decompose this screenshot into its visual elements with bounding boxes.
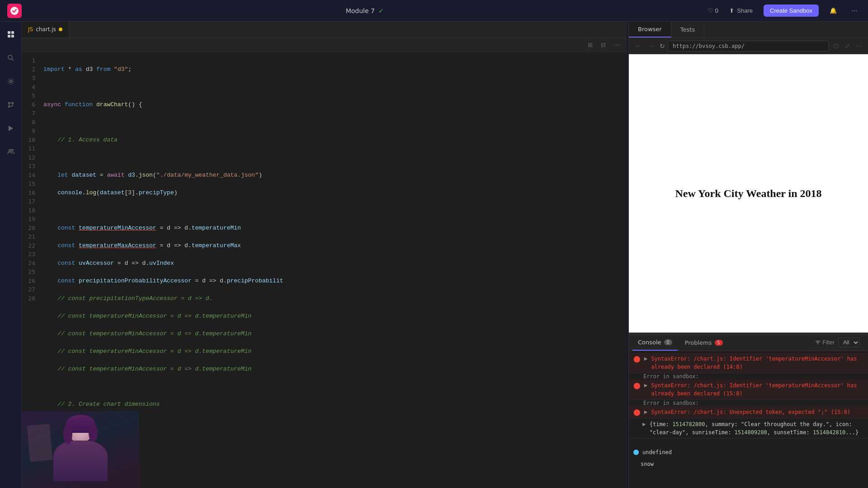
object-text: {time: 1514782800, summary: "Clear throu… xyxy=(650,420,863,436)
more-icon: ⋯ xyxy=(851,7,857,14)
svg-point-9 xyxy=(12,103,13,104)
console-badge: 0 xyxy=(664,339,672,345)
error-icon-1: ⬤ xyxy=(633,355,641,362)
console-content[interactable]: ⬤ ▶ SyntaxError: /chart.js: Identifier '… xyxy=(629,351,868,488)
browser-toolbar-right: ⬡ ⤢ ⋯ xyxy=(831,42,864,50)
more-editor-btn[interactable]: ⋯ xyxy=(612,41,622,49)
console-tabs: Console 0 Problems 5 Filter xyxy=(629,335,868,351)
console-tab-label: Console xyxy=(638,339,661,346)
undefined-dot xyxy=(633,450,639,455)
filter-select[interactable]: All xyxy=(838,338,860,347)
error-icon-3: ⬤ xyxy=(633,408,641,416)
sidebar-item-git[interactable] xyxy=(4,98,18,112)
expand-arrow-obj[interactable]: ▶ xyxy=(642,422,646,427)
back-button[interactable]: ← xyxy=(632,42,643,51)
js-file-icon: JS xyxy=(28,26,33,33)
expand-arrow-2[interactable]: ▶ xyxy=(644,383,648,388)
split-editor-btn[interactable]: ⊞ xyxy=(585,41,595,49)
create-sandbox-button[interactable]: Create Sandbox xyxy=(764,5,819,17)
tab-console[interactable]: Console 0 xyxy=(632,335,678,351)
console-panel: Console 0 Problems 5 Filter xyxy=(629,334,868,488)
editor-toolbar: ⊞ ⊟ ⋯ xyxy=(22,38,627,52)
sidebar-item-search[interactable] xyxy=(4,51,18,65)
console-entry-undefined: undefined xyxy=(629,446,868,458)
forward-button[interactable]: → xyxy=(646,42,657,51)
open-external-button[interactable]: ⬡ xyxy=(831,42,841,50)
share-label: Share xyxy=(737,7,753,14)
error-text-2: SyntaxError: /chart.js: Identifier 'temp… xyxy=(651,381,863,398)
url-bar[interactable] xyxy=(668,41,829,52)
browser-toolbar: ← → ↻ ⬡ ⤢ ⋯ xyxy=(629,38,868,54)
browser-content: New York City Weather in 2018 xyxy=(629,54,868,333)
svg-rect-2 xyxy=(11,31,14,34)
heart-icon: ♡ xyxy=(708,7,713,14)
error-text-1: SyntaxError: /chart.js: Identifier 'temp… xyxy=(651,355,863,371)
console-entry-error-3: ⬤ ▶ SyntaxError: /chart.js: Unexpected t… xyxy=(629,406,868,418)
top-bar-right: ♡ 0 ⬆ Share Create Sandbox 🔔 ⋯ xyxy=(708,5,861,17)
filter-icon xyxy=(815,340,821,345)
console-entry-error-1: ⬤ ▶ SyntaxError: /chart.js: Identifier '… xyxy=(629,353,868,373)
refresh-button[interactable]: ↻ xyxy=(660,42,665,50)
undefined-text: undefined xyxy=(642,448,863,456)
svg-line-6 xyxy=(12,59,14,61)
cursor-hint: ↖ xyxy=(629,439,868,446)
fullscreen-button[interactable]: ⤢ xyxy=(843,42,852,50)
svg-point-8 xyxy=(8,103,9,104)
tab-problems[interactable]: Problems 5 xyxy=(679,335,728,351)
console-toolbar-inline: Filter All xyxy=(811,336,864,350)
expand-arrow-1[interactable]: ▶ xyxy=(644,356,648,361)
error-sandbox-label-1: Error in sandbox: xyxy=(629,373,868,380)
unsaved-dot xyxy=(59,28,62,31)
tab-chart-js[interactable]: JS chart.js xyxy=(22,22,69,38)
error-sandbox-label-2: Error in sandbox: xyxy=(629,400,868,406)
svg-point-10 xyxy=(8,106,9,108)
editor-tabs: JS chart.js xyxy=(22,22,627,38)
svg-point-7 xyxy=(9,80,12,83)
browser-tabs: Browser Tests xyxy=(629,22,868,38)
browser-page-title: New York City Weather in 2018 xyxy=(675,188,821,200)
app-logo[interactable] xyxy=(7,4,22,18)
sidebar-item-files[interactable] xyxy=(4,27,18,42)
svg-point-0 xyxy=(10,7,19,15)
main-content: JS chart.js ⊞ ⊟ ⋯ 1 2 3 4 5 6 7 8 9 10 xyxy=(0,22,868,488)
module-title-text: Module 7 xyxy=(346,7,375,14)
expand-arrow-3[interactable]: ▶ xyxy=(644,409,648,414)
filter-button[interactable]: Filter xyxy=(815,339,835,346)
sidebar-item-users[interactable] xyxy=(4,145,18,159)
video-overlay xyxy=(22,411,139,488)
preview-btn[interactable]: ⊟ xyxy=(599,41,608,49)
tab-browser[interactable]: Browser xyxy=(629,22,671,38)
share-button[interactable]: ⬆ Share xyxy=(726,5,756,16)
error-icon-2: ⬤ xyxy=(633,382,641,389)
heart-count-value: 0 xyxy=(715,7,718,14)
sidebar-item-settings[interactable] xyxy=(4,74,18,89)
tab-filename: chart.js xyxy=(36,26,56,33)
editor-area: JS chart.js ⊞ ⊟ ⋯ 1 2 3 4 5 6 7 8 9 10 xyxy=(22,22,627,488)
sidebar-item-run[interactable] xyxy=(4,121,18,136)
svg-marker-11 xyxy=(9,126,13,131)
svg-rect-1 xyxy=(8,31,10,34)
console-entry-snow: snow xyxy=(629,458,868,470)
more-menu-button[interactable]: ⋯ xyxy=(848,5,861,16)
filter-label: Filter xyxy=(822,339,835,346)
bell-icon: 🔔 xyxy=(830,7,837,14)
more-browser-btn[interactable]: ⋯ xyxy=(854,42,864,50)
heart-count[interactable]: ♡ 0 xyxy=(708,7,718,14)
notifications-button[interactable]: 🔔 xyxy=(826,5,840,16)
top-bar-center: Module 7 ✓ xyxy=(27,7,702,14)
module-title: Module 7 ✓ xyxy=(346,7,384,14)
console-entry-error-2: ⬤ ▶ SyntaxError: /chart.js: Identifier '… xyxy=(629,380,868,400)
problems-tab-label: Problems xyxy=(685,339,712,346)
left-sidebar xyxy=(0,22,22,488)
svg-point-13 xyxy=(11,150,13,151)
svg-rect-3 xyxy=(8,35,10,38)
check-icon: ✓ xyxy=(378,7,384,14)
svg-rect-4 xyxy=(11,35,14,38)
problems-badge: 5 xyxy=(715,340,723,346)
error-text-3: SyntaxError: /chart.js: Unexpected token… xyxy=(651,408,863,416)
svg-point-12 xyxy=(9,150,11,152)
tab-tests[interactable]: Tests xyxy=(671,22,704,38)
snow-text: snow xyxy=(633,460,863,468)
video-placeholder xyxy=(22,411,139,488)
code-editor[interactable]: 1 2 3 4 5 6 7 8 9 10 11 12 13 14 15 16 1… xyxy=(22,52,627,488)
